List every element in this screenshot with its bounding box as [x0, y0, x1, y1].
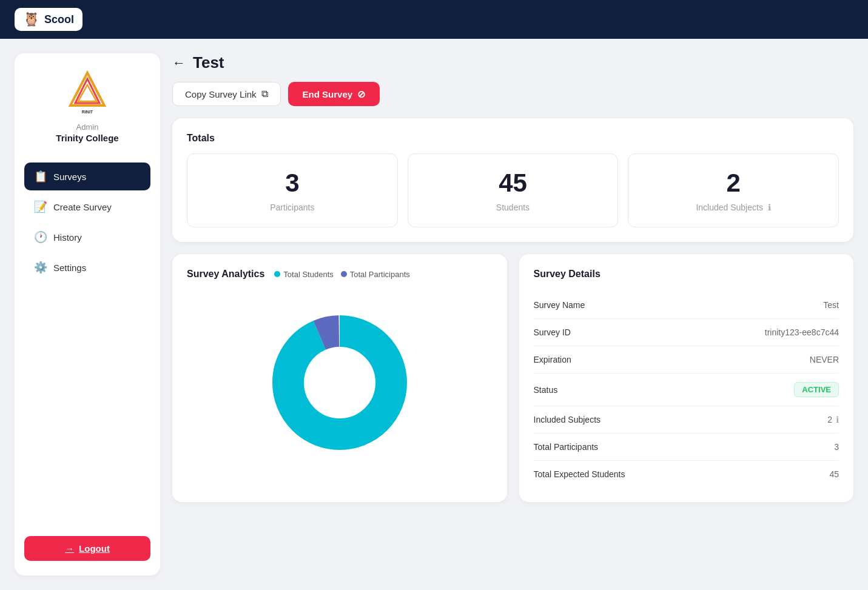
action-buttons: Copy Survey Link ⧉ End Survey ⊘: [172, 82, 853, 106]
legend-label-0: Total Students: [283, 270, 333, 279]
legend-item-0: Total Students: [274, 270, 333, 279]
detail-row-6: Total Expected Students 45: [534, 461, 839, 488]
owl-icon: 🦉: [23, 12, 39, 27]
detail-value-4: 2: [827, 415, 832, 424]
end-survey-button[interactable]: End Survey ⊘: [288, 82, 380, 106]
sidebar: RINIT Admin Trinity College 📋 Surveys 📝 …: [15, 53, 160, 575]
total-label-1: Students: [423, 203, 604, 212]
sidebar-item-surveys[interactable]: 📋 Surveys: [24, 163, 150, 190]
sidebar-item-label-surveys: Surveys: [53, 172, 86, 182]
donut-chart: [261, 304, 419, 461]
total-value-2: 2: [643, 169, 824, 198]
info-icon-4[interactable]: ℹ: [836, 415, 839, 424]
donut-container: [187, 292, 493, 474]
school-logo: RINIT: [63, 68, 112, 116]
total-value-0: 3: [202, 169, 383, 198]
user-role: Admin: [76, 122, 99, 132]
legend-item-1: Total Participants: [341, 270, 410, 279]
detail-row-1: Survey ID trinity123-ee8c7c44: [534, 319, 839, 346]
detail-key-3: Status: [534, 385, 558, 395]
logo-box[interactable]: 🦉 Scool: [15, 8, 82, 31]
donut-hole: [306, 349, 373, 416]
detail-value-0: Test: [823, 300, 839, 310]
survey-details-title: Survey Details: [534, 269, 839, 280]
detail-value-1: trinity123-ee8c7c44: [765, 327, 839, 337]
total-label-2: Included Subjects ℹ: [643, 203, 824, 212]
analytics-title: Survey Analytics: [187, 269, 264, 280]
page-header: ← Test Copy Survey Link ⧉ End Survey ⊘: [172, 53, 853, 106]
sidebar-item-label-history: History: [53, 232, 82, 243]
create-survey-icon: 📝: [34, 200, 47, 213]
stop-icon: ⊘: [357, 89, 365, 100]
copy-link-label: Copy Survey Link: [185, 89, 257, 99]
detail-key-5: Total Participants: [534, 442, 599, 452]
detail-val-4: 2 ℹ: [827, 415, 839, 424]
sidebar-item-label-settings: Settings: [53, 263, 86, 273]
detail-key-1: Survey ID: [534, 327, 571, 337]
sidebar-item-create-survey[interactable]: 📝 Create Survey: [24, 193, 150, 221]
detail-val-5: 3: [834, 442, 839, 452]
legend-dot-1: [341, 271, 347, 277]
detail-value-6: 45: [829, 469, 839, 479]
sidebar-logout-section: → Logout: [24, 521, 150, 561]
info-icon-totals[interactable]: ℹ: [768, 203, 771, 212]
svg-text:RINIT: RINIT: [82, 110, 93, 114]
detail-row-2: Expiration NEVER: [534, 346, 839, 374]
detail-value-5: 3: [834, 442, 839, 452]
totals-card: Totals 3 Participants 45 Students 2 Incl…: [172, 118, 853, 242]
main-layout: RINIT Admin Trinity College 📋 Surveys 📝 …: [0, 39, 868, 590]
detail-val-1: trinity123-ee8c7c44: [765, 327, 839, 337]
survey-details-card: Survey Details Survey Name Test Survey I…: [519, 254, 854, 502]
detail-rows: Survey Name Test Survey ID trinity123-ee…: [534, 292, 839, 488]
sidebar-nav: 📋 Surveys 📝 Create Survey 🕐 History ⚙️ S…: [24, 163, 150, 521]
detail-val-6: 45: [829, 469, 839, 479]
logout-button[interactable]: → Logout: [24, 536, 150, 561]
sidebar-item-settings[interactable]: ⚙️ Settings: [24, 253, 150, 281]
total-item-0: 3 Participants: [187, 153, 398, 227]
logo-text: Scool: [44, 13, 74, 26]
history-icon: 🕐: [34, 230, 47, 244]
totals-grid: 3 Participants 45 Students 2 Included Su…: [187, 153, 839, 227]
status-badge: ACTIVE: [794, 382, 839, 397]
detail-val-3: ACTIVE: [794, 382, 839, 397]
sidebar-item-history[interactable]: 🕐 History: [24, 223, 150, 251]
total-item-1: 45 Students: [408, 153, 619, 227]
legend-label-1: Total Participants: [350, 270, 410, 279]
sidebar-item-label-create-survey: Create Survey: [53, 202, 112, 212]
totals-title: Totals: [187, 133, 839, 144]
logout-label: Logout: [79, 543, 110, 554]
bottom-row: Survey Analytics Total Students Total Pa…: [172, 254, 853, 502]
analytics-header: Survey Analytics Total Students Total Pa…: [187, 269, 493, 280]
logout-arrow-icon: →: [65, 543, 74, 554]
detail-value-2: NEVER: [810, 355, 839, 364]
page-title: Test: [193, 53, 224, 72]
detail-key-6: Total Expected Students: [534, 469, 625, 479]
back-button[interactable]: ←: [172, 55, 186, 71]
college-name: Trinity College: [56, 133, 118, 143]
copy-icon: ⧉: [261, 89, 268, 99]
legend-dot-0: [274, 271, 280, 277]
sidebar-profile: RINIT Admin Trinity College: [24, 68, 150, 158]
detail-row-4: Included Subjects 2 ℹ: [534, 406, 839, 434]
end-survey-label: End Survey: [303, 89, 353, 99]
detail-row-3: Status ACTIVE: [534, 374, 839, 406]
total-value-1: 45: [423, 169, 604, 198]
detail-val-0: Test: [823, 300, 839, 310]
detail-row-5: Total Participants 3: [534, 434, 839, 461]
top-navbar: 🦉 Scool: [0, 0, 868, 39]
legend-items: Total Students Total Participants: [274, 270, 409, 279]
copy-survey-link-button[interactable]: Copy Survey Link ⧉: [172, 82, 281, 106]
detail-key-2: Expiration: [534, 355, 571, 364]
page-title-row: ← Test: [172, 53, 853, 72]
total-item-2: 2 Included Subjects ℹ: [628, 153, 839, 227]
detail-key-0: Survey Name: [534, 300, 585, 310]
analytics-card: Survey Analytics Total Students Total Pa…: [172, 254, 507, 502]
main-content: ← Test Copy Survey Link ⧉ End Survey ⊘ T…: [172, 53, 853, 575]
detail-val-2: NEVER: [810, 355, 839, 364]
detail-row-0: Survey Name Test: [534, 292, 839, 319]
surveys-icon: 📋: [34, 170, 47, 183]
total-label-0: Participants: [202, 203, 383, 212]
detail-key-4: Included Subjects: [534, 415, 601, 424]
settings-icon: ⚙️: [34, 261, 47, 274]
